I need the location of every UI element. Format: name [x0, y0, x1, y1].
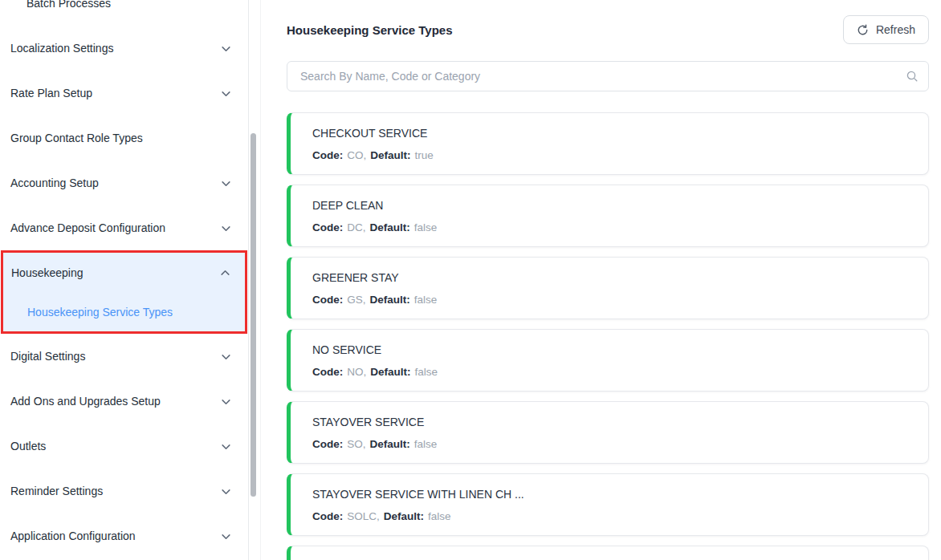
sidebar-item-label: Advance Deposit Configuration — [10, 221, 165, 234]
sidebar-item-label: Add Ons and Upgrades Setup — [10, 395, 161, 408]
service-name: STAYOVER SERVICE — [312, 416, 909, 428]
service-meta: Code:DC,Default:false — [312, 221, 909, 233]
sidebar-item-digital-settings[interactable]: Digital Settings — [0, 334, 248, 379]
sidebar-item-label: Accounting Setup — [10, 177, 99, 189]
search-input[interactable] — [287, 61, 929, 91]
code-label: Code: — [312, 221, 343, 233]
service-meta: Code:GS,Default:false — [312, 294, 909, 306]
sidebar-item-application-configuration[interactable]: Application Configuration — [0, 513, 248, 558]
sidebar-item-label: Application Configuration — [10, 530, 136, 542]
service-card[interactable]: GREENER STAYCode:GS,Default:false — [287, 257, 929, 319]
sidebar-item-outlets[interactable]: Outlets — [0, 424, 248, 469]
default-label: Default: — [384, 510, 424, 522]
sidebar-scrollbar-thumb[interactable] — [251, 133, 256, 497]
default-value: false — [415, 366, 438, 378]
sidebar-item-rate-plan-setup[interactable]: Rate Plan Setup — [0, 71, 248, 116]
service-card[interactable]: DEEP CLEANCode:DC,Default:false — [287, 185, 929, 247]
default-value: true — [415, 149, 434, 161]
default-label: Default: — [370, 149, 410, 161]
code-value: SO, — [347, 438, 365, 450]
chevron-down-icon — [221, 223, 231, 233]
service-card[interactable]: NO SERVICECode:NO,Default:false — [287, 329, 929, 392]
service-name: DEEP CLEAN — [312, 199, 909, 212]
service-meta: Code:SO,Default:false — [312, 438, 909, 450]
code-label: Code: — [312, 366, 343, 378]
code-label: Code: — [312, 438, 343, 450]
service-name: STAYOVER SERVICE WITH LINEN CH ... — [312, 488, 909, 501]
code-value: DC, — [347, 221, 365, 233]
chevron-up-icon — [220, 268, 230, 278]
sidebar-items-below: Digital SettingsAdd Ons and Upgrades Set… — [0, 334, 248, 558]
code-label: Code: — [312, 149, 343, 161]
service-name: GREENER STAY — [312, 271, 909, 284]
chevron-down-icon — [221, 88, 231, 99]
sidebar-item-accounting-setup[interactable]: Accounting Setup — [0, 160, 248, 205]
sidebar-sublink-label: Housekeeping Service Types — [27, 306, 173, 319]
sidebar-item-localization-settings[interactable]: Localization Settings — [0, 26, 248, 71]
sidebar-item-housekeeping[interactable]: Housekeeping — [3, 253, 245, 293]
chevron-down-icon — [221, 441, 231, 452]
service-card-partial[interactable] — [287, 546, 929, 560]
service-card[interactable]: STAYOVER SERVICECode:SO,Default:false — [287, 401, 929, 464]
default-value: false — [414, 294, 438, 306]
chevron-down-icon — [221, 43, 231, 54]
default-value: false — [428, 510, 451, 522]
sidebar-item-list: Batch ProcessesLocalization SettingsRate… — [0, 0, 248, 558]
main-content: Housekeeping Service Types Refresh CHECK… — [261, 0, 941, 560]
settings-sidebar: Batch ProcessesLocalization SettingsRate… — [0, 0, 249, 560]
sidebar-item-add-ons-and-upgrades-setup[interactable]: Add Ons and Upgrades Setup — [0, 379, 248, 424]
chevron-down-icon — [221, 351, 231, 362]
code-value: SOLC, — [347, 510, 380, 522]
sidebar-item-advance-deposit-configuration[interactable]: Advance Deposit Configuration — [0, 205, 248, 250]
code-label: Code: — [312, 294, 343, 306]
sidebar-item-batch-processes[interactable]: Batch Processes — [0, 0, 248, 26]
chevron-down-icon — [221, 486, 231, 497]
service-type-list: CHECKOUT SERVICECode:CO,Default:trueDEEP… — [287, 112, 929, 560]
sidebar-item-label: Outlets — [10, 440, 46, 452]
chevron-down-icon — [221, 178, 231, 189]
sidebar-item-reminder-settings[interactable]: Reminder Settings — [0, 469, 248, 513]
housekeeping-active-group: Housekeeping Housekeeping Service Types — [1, 250, 247, 334]
refresh-button-label: Refresh — [876, 23, 915, 36]
default-label: Default: — [370, 366, 410, 378]
service-card[interactable]: CHECKOUT SERVICECode:CO,Default:true — [287, 112, 929, 175]
default-label: Default: — [370, 294, 410, 306]
sidebar-scrollbar-track[interactable] — [249, 0, 261, 560]
service-name: CHECKOUT SERVICE — [312, 127, 909, 140]
code-value: NO, — [347, 366, 366, 378]
service-meta: Code:CO,Default:true — [312, 149, 909, 161]
code-label: Code: — [312, 510, 343, 522]
service-card[interactable]: STAYOVER SERVICE WITH LINEN CH ...Code:S… — [287, 473, 929, 536]
service-name: NO SERVICE — [312, 343, 909, 356]
default-value: false — [414, 221, 438, 233]
sidebar-item-label: Housekeeping — [11, 266, 84, 279]
default-value: false — [414, 438, 438, 450]
page-title: Housekeeping Service Types — [287, 23, 452, 37]
sidebar-item-label: Rate Plan Setup — [10, 87, 92, 99]
code-value: GS, — [347, 294, 365, 306]
service-meta: Code:SOLC,Default:false — [312, 510, 909, 522]
default-label: Default: — [370, 438, 410, 450]
sidebar-item-label: Group Contact Role Types — [10, 132, 143, 144]
code-value: CO, — [347, 149, 366, 161]
search-bar — [287, 61, 929, 91]
refresh-button[interactable]: Refresh — [843, 15, 929, 44]
page-header: Housekeeping Service Types Refresh — [287, 15, 929, 44]
default-label: Default: — [370, 221, 410, 233]
sidebar-item-label: Digital Settings — [10, 350, 85, 363]
chevron-down-icon — [221, 396, 231, 407]
sidebar-item-label: Reminder Settings — [10, 485, 103, 497]
sidebar-item-label: Batch Processes — [26, 0, 111, 10]
chevron-down-icon — [221, 531, 231, 542]
refresh-icon — [857, 24, 869, 36]
sidebar-item-housekeeping-service-types[interactable]: Housekeeping Service Types — [3, 293, 245, 331]
sidebar-item-label: Localization Settings — [10, 42, 113, 55]
sidebar-items-above: Batch ProcessesLocalization SettingsRate… — [0, 0, 248, 250]
app-window: Batch ProcessesLocalization SettingsRate… — [0, 0, 941, 560]
service-meta: Code:NO,Default:false — [312, 366, 909, 378]
sidebar-item-group-contact-role-types[interactable]: Group Contact Role Types — [0, 116, 248, 160]
search-icon — [906, 70, 919, 83]
